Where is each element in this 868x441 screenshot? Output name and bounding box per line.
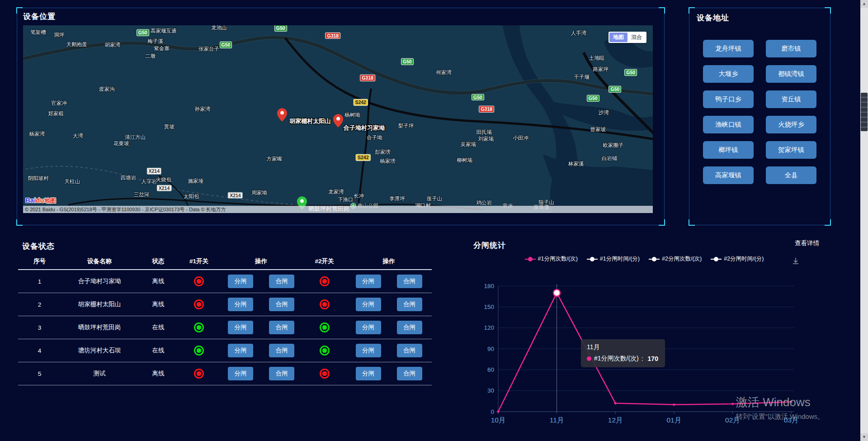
device-name: 合子坳村习家坳 — [61, 277, 138, 285]
town-button-5[interactable]: 鸭子口乡 — [703, 90, 754, 108]
map-place-label: 孙家湾 — [195, 106, 211, 113]
legend-item[interactable]: #2分闸时间/(分) — [711, 255, 764, 263]
switch1-open-button[interactable]: 分闸 — [228, 344, 253, 357]
baidu-map[interactable]: 笔架槽洞坪天鹅抱蛋胡家湾高家堰互通梅子溪紫金寨二墩张家台子龙池山人手湾土地咀路家… — [23, 25, 653, 213]
switch2-indicator — [320, 276, 330, 286]
legend-item[interactable]: #2分闸次数/(次) — [649, 255, 702, 263]
map-place-label: 天鹅抱蛋 — [66, 41, 87, 47]
map-place-label: 李潭坪 — [389, 195, 405, 202]
svg-text:11月: 11月 — [550, 416, 564, 424]
switch2-close-button[interactable]: 合闸 — [397, 321, 422, 334]
tooltip-series-name: #1分闸次数/(次) — [594, 355, 639, 363]
town-button-8[interactable]: 火烧坪乡 — [766, 116, 816, 133]
map-place-label: 林家溪 — [568, 160, 584, 167]
switch1-open-button[interactable]: 分闸 — [228, 275, 253, 288]
row-index: 2 — [18, 301, 61, 308]
view-details-link[interactable]: 查看详情 — [795, 239, 819, 247]
tooltip-title: 11月 — [587, 343, 658, 351]
legend-marker-icon — [711, 257, 722, 261]
switch1-close-button[interactable]: 合闸 — [269, 275, 294, 288]
device-status-title: 设备状态 — [22, 241, 55, 251]
map-place-label: 人手湾 — [571, 30, 586, 37]
switch1-indicator — [194, 322, 204, 332]
switch2-close-button[interactable]: 合闸 — [397, 298, 422, 311]
town-button-4[interactable]: 都镇湾镇 — [766, 65, 816, 83]
road-badge-G50: G50 — [624, 69, 637, 76]
road-badge-G318: G318 — [479, 106, 494, 113]
switch2-close-button[interactable]: 合闸 — [397, 275, 422, 288]
road-badge-G50: G50 — [220, 42, 232, 48]
road-badge-G50: G50 — [472, 94, 484, 101]
switch2-open-button[interactable]: 分闸 — [356, 275, 381, 288]
table-row: 1 合子坳村习家坳 离线 分闸 合闸 分闸 合闸 — [18, 270, 432, 293]
corner-decoration — [659, 219, 665, 226]
switch1-open-button[interactable]: 分闸 — [228, 367, 253, 380]
chart-tooltip: 11月 #1分闸次数/(次): 170 — [581, 339, 665, 367]
town-button-10[interactable]: 贺家坪镇 — [766, 141, 816, 159]
town-button-12[interactable]: 全县 — [766, 166, 816, 184]
switch1-close-button[interactable]: 合闸 — [269, 344, 294, 357]
map-place-label: 沙湾 — [599, 109, 609, 116]
map-place-label: 曾家坡 — [590, 126, 606, 133]
town-button-3[interactable]: 大堰乡 — [703, 65, 754, 83]
map-type-hybrid-button[interactable]: 混合 — [627, 33, 646, 42]
tooltip-series-dot — [587, 356, 591, 361]
map-place-label: 干子堰 — [574, 74, 590, 81]
col-header-status: 状态 — [138, 257, 179, 266]
map-place-label: 高家堰互通 — [151, 28, 177, 34]
switch1-open-button[interactable]: 分闸 — [228, 298, 253, 311]
town-button-6[interactable]: 资丘镇 — [766, 90, 816, 108]
map-place-label: 二墩 — [145, 53, 156, 60]
switch2-open-button[interactable]: 分闸 — [356, 298, 381, 311]
map-type-control[interactable]: 地图 混合 — [609, 32, 646, 43]
row-index: 4 — [18, 347, 61, 354]
legend-label: #2分闸次数/(次) — [662, 255, 702, 263]
map-place-label: 贯坡 — [164, 123, 175, 130]
baidu-logo: Baidu地图 — [25, 196, 56, 205]
switch1-close-button[interactable]: 合闸 — [269, 321, 294, 334]
line-chart[interactable]: 030609012015018010月11月12月01月02月03月 11月 #… — [470, 271, 818, 427]
town-button-2[interactable]: 磨市镇 — [766, 40, 816, 57]
map-place-label: 杨家塝 — [380, 158, 396, 165]
switch1-close-button[interactable]: 合闸 — [269, 298, 294, 311]
switch2-close-button[interactable]: 合闸 — [397, 367, 422, 380]
town-button-1[interactable]: 龙舟坪镇 — [703, 40, 754, 57]
town-button-11[interactable]: 高家堰镇 — [703, 166, 754, 184]
legend-label: #2分闸时间/(分) — [724, 255, 764, 263]
map-place-label: 胡家湾 — [105, 42, 121, 48]
town-button-7[interactable]: 渔峡口镇 — [703, 116, 754, 133]
town-button-9[interactable]: 榔坪镇 — [703, 141, 754, 159]
switch2-open-button[interactable]: 分闸 — [356, 344, 381, 357]
scrollbar-down-arrow[interactable]: ▼ — [860, 433, 868, 441]
scrollbar-thumb[interactable] — [861, 93, 868, 131]
map-type-map-button[interactable]: 地图 — [609, 33, 627, 42]
legend-item[interactable]: #1分闸次数/(次) — [525, 255, 578, 263]
legend-marker-icon — [587, 257, 598, 261]
map-place-label: 火烧包 — [156, 176, 171, 183]
svg-text:180: 180 — [484, 283, 494, 289]
device-status: 在线 — [138, 346, 179, 355]
corner-decoration — [16, 219, 23, 226]
road-badge-G50: G50 — [401, 58, 414, 65]
legend-marker-icon — [649, 257, 660, 261]
map-place-label: 紫金寨 — [154, 45, 170, 52]
switch2-open-button[interactable]: 分闸 — [356, 321, 381, 334]
map-pin-合子坳村习家坳[interactable] — [333, 114, 343, 128]
map-place-label: 笔架槽 — [30, 28, 46, 35]
row-index: 5 — [18, 370, 61, 377]
map-place-label: 路家坪 — [593, 66, 609, 73]
tooltip-value: 170 — [648, 355, 658, 362]
switch1-open-button[interactable]: 分闸 — [228, 321, 253, 334]
switch2-open-button[interactable]: 分闸 — [356, 367, 381, 380]
switch2-close-button[interactable]: 合闸 — [397, 344, 422, 357]
map-place-label: 莲子山 — [426, 195, 442, 202]
map-place-label: 大湾 — [73, 133, 83, 139]
device-name: 塘坊河村大石坝 — [61, 346, 138, 355]
page-scrollbar[interactable]: ▲ ▼ — [860, 0, 868, 441]
device-name: 晒鼓坪村荒田岗 — [61, 323, 138, 332]
scrollbar-up-arrow[interactable]: ▲ — [860, 0, 868, 8]
legend-item[interactable]: #1分闸时间/(分) — [587, 255, 640, 263]
map-pin-胡家棚村太阳山[interactable] — [277, 108, 287, 122]
map-place-label: 天柱山 — [64, 178, 80, 185]
switch1-close-button[interactable]: 合闸 — [269, 367, 294, 380]
